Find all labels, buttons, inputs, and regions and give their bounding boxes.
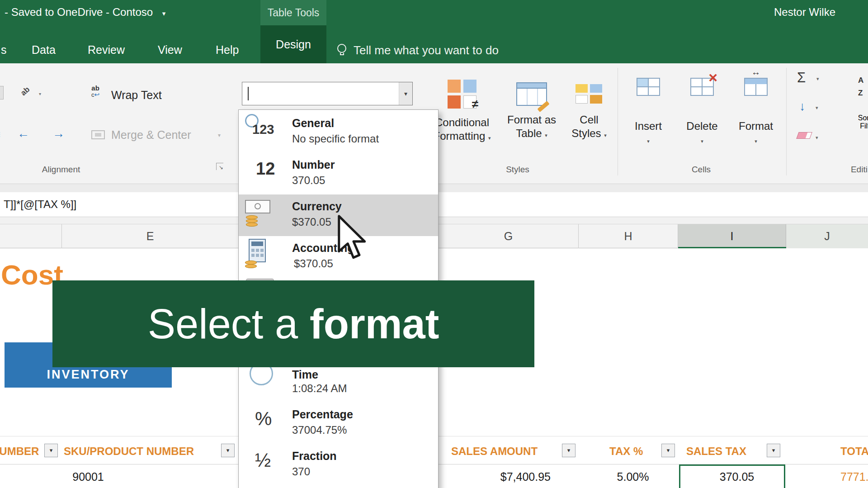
tab-design-active[interactable]: Design (260, 25, 326, 63)
filter-button-tax[interactable]: ▾ (661, 444, 675, 457)
inventory-button-label: INVENTORY (5, 368, 172, 382)
general-format-icon: 123 (244, 111, 290, 153)
merge-center-icon (91, 130, 105, 139)
align-left-partial-icon: ≡ (0, 128, 0, 142)
cell-item-number[interactable]: 90001 (63, 470, 113, 483)
filter-caret-icon: ▾ (226, 447, 230, 454)
conditional-label-1: Conditional (435, 116, 489, 129)
tab-review[interactable]: Review (88, 43, 125, 57)
column-header-i-selected[interactable]: I (678, 224, 786, 248)
sort-filter-button[interactable]: A Z ↓ Sort & Filter (836, 67, 868, 130)
format-option-label: Fraction (292, 450, 337, 463)
table-header-sales-amount: SALES AMOUNT (451, 445, 538, 458)
clipped-ribbon-icon (0, 86, 4, 99)
brush-icon (537, 101, 549, 112)
filter-button-sales-tax[interactable]: ▾ (767, 444, 780, 457)
text-orientation-icon: ab (19, 85, 32, 98)
column-header-h[interactable]: H (579, 224, 678, 248)
filter-button-sales-amount[interactable]: ▾ (562, 444, 576, 457)
autosave-text: - Saved to OneDrive - Contoso (5, 6, 153, 18)
tell-me-search[interactable]: Tell me what you want to do (354, 43, 499, 57)
delete-cells-button[interactable]: × Delete ▾ (677, 67, 727, 178)
format-as-table-icon (516, 82, 547, 106)
fraction-format-icon: ½ (244, 444, 290, 486)
launcher-arrow-icon: ↘ (219, 164, 223, 171)
cell-total[interactable]: 7771.0 (840, 470, 868, 483)
tab-partial[interactable]: s (1, 43, 7, 57)
format-table-label-1: Format as (507, 113, 556, 127)
cell-styles-button[interactable]: Cell Styles ▾ (555, 67, 623, 178)
user-name[interactable]: Nestor Wilke (774, 6, 835, 19)
table-header-sku: SKU/PRODUCT NUMBER (64, 445, 194, 458)
column-header-e[interactable]: E (62, 224, 238, 248)
chevron-down-icon: ▾ (488, 135, 491, 141)
format-option-value: $370.05 (294, 257, 333, 270)
filter-caret-icon: ▾ (567, 447, 571, 454)
filter-caret-icon: ▾ (50, 447, 53, 454)
chevron-down-icon: ▾ (604, 133, 607, 138)
orientation-button[interactable]: ab ▾ (21, 87, 30, 96)
filter-caret-icon: ▾ (667, 447, 670, 454)
tab-help[interactable]: Help (216, 43, 239, 57)
resize-arrows-icon: ↔ (751, 67, 760, 77)
tab-data[interactable]: Data (32, 43, 56, 57)
chevron-down-icon: ▾ (545, 133, 547, 138)
format-option-general[interactable]: 123 General No specific format (239, 111, 438, 153)
styles-group-label: Styles (484, 165, 552, 175)
insert-cells-button[interactable]: Insert ▾ (623, 67, 673, 178)
chevron-down-icon: ▾ (701, 138, 703, 144)
clear-eraser-button[interactable] (796, 132, 812, 139)
chevron-down-icon: ▾ (218, 132, 221, 138)
conditional-formatting-icon: ≠ (448, 80, 476, 109)
chevron-down-icon: ▾ (816, 76, 819, 82)
autosum-button[interactable]: Σ (797, 70, 806, 86)
insert-label: Insert (635, 119, 662, 133)
format-cells-icon: ↔ (744, 78, 768, 96)
select-format-overlay: Select a format (52, 280, 534, 367)
delete-x-icon: × (708, 69, 717, 86)
accounting-format-icon (244, 236, 290, 278)
merge-center-button[interactable]: Merge & Center (111, 128, 191, 142)
cell-sales-amount[interactable]: $7,400.95 (452, 470, 551, 483)
column-header-partial[interactable] (0, 224, 62, 248)
conditional-label-2: Formatting ▾ (434, 129, 491, 145)
tab-view[interactable]: View (158, 43, 182, 57)
format-option-percentage[interactable]: % Percentage 37004.75% (239, 403, 438, 444)
editing-group-label: Editing (835, 165, 868, 175)
cells-group-label: Cells (667, 165, 735, 175)
wrap-text-button[interactable]: Wrap Text (111, 89, 162, 102)
alignment-dialog-launcher[interactable]: ↘ (216, 163, 223, 170)
format-label: Format (739, 119, 773, 133)
format-option-value: No specific format (292, 133, 379, 145)
format-option-label: Percentage (292, 408, 353, 421)
increase-indent-button[interactable]: → (52, 127, 65, 141)
wrap-return-arrow-icon: ↩ (94, 91, 100, 98)
mouse-cursor-icon (334, 214, 369, 262)
column-header-g[interactable]: G (439, 224, 579, 248)
format-option-label: General (292, 117, 334, 130)
format-cells-button[interactable]: ↔ Format ▾ (731, 67, 781, 178)
lightbulb-icon (337, 44, 346, 53)
filter-button-number[interactable]: ▾ (44, 444, 58, 457)
sort-label-1: Sort & (858, 114, 868, 122)
cell-tax[interactable]: 5.00% (610, 470, 656, 483)
autosave-status[interactable]: - Saved to OneDrive - Contoso ▾ (5, 6, 165, 19)
chevron-down-icon: ▾ (816, 105, 818, 111)
decrease-indent-button[interactable]: ← (17, 127, 29, 141)
format-option-fraction[interactable]: ½ Fraction 370 (239, 444, 438, 486)
column-header-j[interactable]: J (786, 224, 868, 248)
overlay-text-regular: Select a (148, 300, 298, 348)
lightbulb-base-icon (340, 53, 344, 55)
chevron-down-icon: ▾ (162, 9, 166, 17)
filter-button-sku[interactable]: ▾ (221, 444, 235, 457)
format-option-number[interactable]: 12 Number 370.05 (239, 153, 438, 194)
overlay-text-bold: format (310, 300, 439, 348)
fill-button[interactable]: ↓ (799, 99, 806, 114)
cell-styles-icon (576, 84, 603, 105)
number-format-dropdown-button[interactable]: ▾ (399, 82, 412, 105)
delete-label: Delete (686, 119, 717, 133)
chevron-down-icon: ▾ (647, 138, 650, 144)
table-header-tax: TAX % (609, 445, 643, 458)
delete-cells-icon: × (690, 78, 714, 96)
number-format-combobox[interactable]: ▾ (242, 82, 413, 105)
